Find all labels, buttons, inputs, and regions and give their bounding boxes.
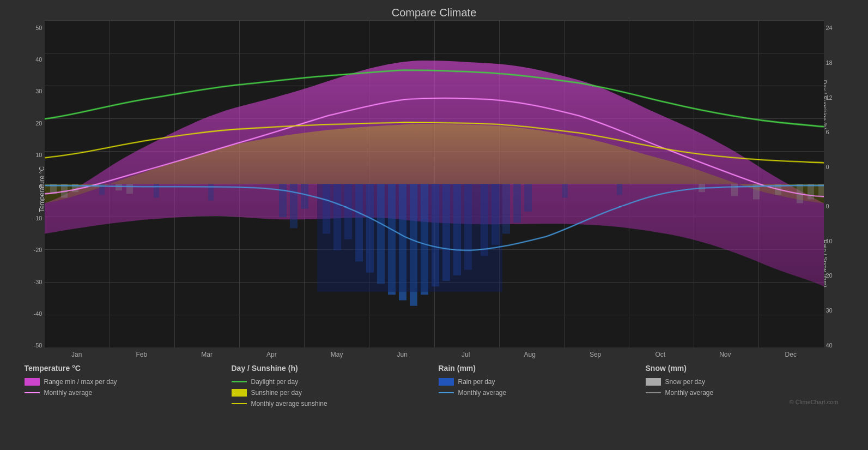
rain-swatch	[439, 378, 454, 386]
legend-snow-bar: Snow per day	[646, 378, 844, 386]
page: Compare Climate Beijing Beijing ClimeCha…	[0, 0, 868, 450]
copyright: © ClimeChart.com	[789, 399, 838, 405]
svg-rect-30	[116, 184, 122, 190]
svg-rect-1	[290, 184, 298, 228]
svg-rect-2	[301, 184, 308, 209]
sunshine-avg-label: Monthly average sunshine	[251, 400, 327, 407]
month-labels: Jan Feb Mar Apr May Jun Jul Aug Sep Oct …	[45, 351, 824, 358]
daylight-label: Daylight per day	[251, 378, 299, 386]
legend-rain-title: Rain (mm)	[439, 364, 637, 373]
svg-rect-37	[808, 184, 814, 199]
rain-avg-line	[439, 392, 454, 393]
legend-rain-avg: Monthly average	[439, 389, 637, 397]
legend-area: Temperature °C Range min / max per day M…	[15, 362, 854, 410]
legend-sunshine-bar: Sunshine per day	[232, 389, 430, 397]
legend-sunshine: Day / Sunshine (h) Daylight per day Suns…	[227, 362, 434, 410]
legend-temp-range: Range min / max per day	[25, 378, 223, 386]
legend-snow-title: Snow (mm)	[646, 364, 844, 373]
chart-area: Beijing Beijing ClimeChart.com ClimeChar…	[15, 20, 854, 358]
sunshine-label: Sunshine per day	[251, 389, 302, 397]
snow-swatch	[646, 378, 661, 386]
svg-rect-21	[524, 184, 532, 212]
legend-snow: Snow (mm) Snow per day Monthly average ©…	[641, 362, 848, 410]
svg-rect-25	[562, 184, 568, 197]
legend-temp-title: Temperature °C	[25, 364, 223, 373]
snow-label: Snow per day	[665, 378, 705, 386]
chart-svg	[45, 20, 824, 347]
snow-avg-line	[646, 392, 661, 393]
svg-rect-29	[72, 184, 78, 192]
legend-rain-bar: Rain per day	[439, 378, 637, 386]
rain-avg-label: Monthly average	[458, 389, 507, 397]
svg-rect-0	[279, 184, 287, 217]
daylight-line	[232, 381, 247, 382]
svg-rect-20	[513, 184, 521, 223]
snow-avg-label: Monthly average	[665, 389, 714, 397]
legend-daylight: Daylight per day	[232, 378, 430, 386]
svg-rect-31	[126, 184, 133, 194]
rain-label: Rain per day	[458, 378, 495, 386]
svg-rect-19	[502, 184, 510, 234]
legend-sunshine-avg: Monthly average sunshine	[232, 400, 430, 407]
legend-snow-avg: Monthly average	[646, 389, 844, 397]
temp-range-label: Range min / max per day	[44, 378, 117, 386]
temp-avg-label: Monthly average	[44, 389, 93, 397]
chart-inner	[45, 20, 824, 347]
legend-sunshine-title: Day / Sunshine (h)	[232, 364, 430, 373]
legend-temp-avg: Monthly average	[25, 389, 223, 397]
svg-rect-26	[617, 184, 622, 195]
legend-rain: Rain (mm) Rain per day Monthly average	[434, 362, 641, 410]
right-axis: 24 18 12 6 0 0 10 20 30 40	[824, 20, 854, 358]
sunshine-swatch	[232, 389, 247, 397]
temp-range-swatch	[25, 378, 40, 386]
svg-rect-33	[731, 184, 738, 196]
temp-avg-line	[25, 392, 40, 393]
legend-temperature: Temperature °C Range min / max per day M…	[20, 362, 227, 410]
sunshine-avg-line	[232, 403, 247, 404]
page-title: Compare Climate	[392, 7, 477, 19]
svg-rect-23	[154, 184, 159, 197]
